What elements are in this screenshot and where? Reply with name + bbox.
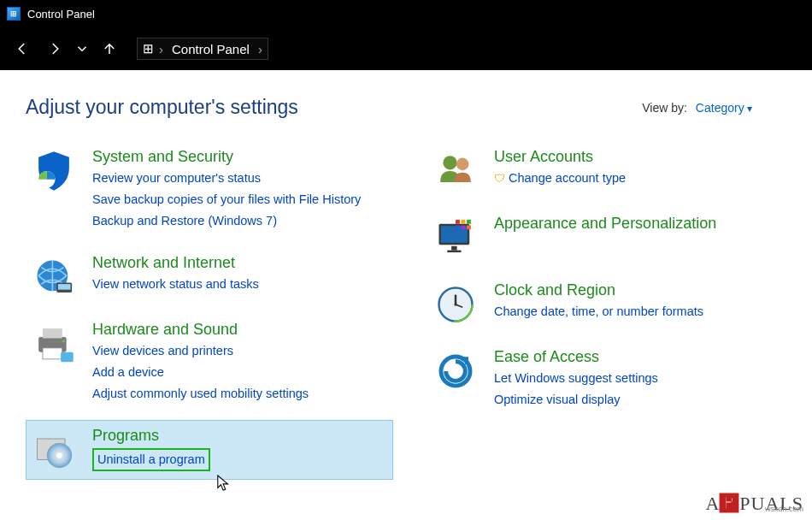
- category-title[interactable]: Hardware and Sound: [92, 321, 309, 339]
- up-button[interactable]: [96, 35, 123, 62]
- category-network-internet: Network and Internet View network status…: [26, 247, 393, 307]
- task-link[interactable]: Backup and Restore (Windows 7): [92, 212, 361, 230]
- category-title[interactable]: Clock and Region: [494, 281, 703, 299]
- svg-rect-8: [61, 352, 74, 362]
- category-title[interactable]: Ease of Access: [494, 348, 658, 366]
- svg-point-11: [56, 452, 62, 458]
- svg-rect-23: [467, 225, 471, 229]
- left-column: System and Security Review your computer…: [26, 141, 393, 487]
- svg-rect-19: [462, 220, 466, 224]
- task-link[interactable]: Save backup copies of your files with Fi…: [92, 191, 361, 209]
- task-link[interactable]: Add a device: [92, 363, 309, 381]
- task-link[interactable]: Optimize visual display: [494, 391, 658, 409]
- window-title: Control Panel: [27, 8, 95, 21]
- svg-rect-22: [462, 225, 466, 229]
- address-bar[interactable]: ⊞ › Control Panel ›: [137, 38, 268, 60]
- globe-icon: [31, 254, 77, 300]
- source-label: wsxdn.com: [765, 505, 803, 513]
- svg-point-12: [443, 156, 456, 169]
- category-title[interactable]: Programs: [92, 427, 210, 445]
- category-programs: Programs Uninstall a program: [26, 420, 393, 480]
- logo-icon: 🅿: [720, 493, 739, 514]
- content-area: Adjust your computer's settings View by:…: [0, 70, 812, 487]
- task-link[interactable]: View devices and printers: [92, 342, 309, 360]
- category-title[interactable]: Appearance and Personalization: [494, 215, 716, 233]
- task-link-uninstall[interactable]: Uninstall a program: [97, 451, 205, 469]
- task-link[interactable]: Review your computer's status: [92, 169, 361, 187]
- chevron-right-icon[interactable]: ›: [159, 42, 163, 56]
- svg-rect-16: [451, 246, 457, 251]
- task-link[interactable]: Change date, time, or number formats: [494, 303, 703, 321]
- task-link[interactable]: Change account type: [494, 169, 626, 187]
- titlebar: ⊞ Control Panel: [0, 0, 812, 27]
- control-panel-icon: ⊞: [143, 41, 154, 56]
- svg-rect-18: [456, 220, 460, 224]
- back-button[interactable]: [9, 35, 36, 62]
- svg-point-28: [454, 303, 456, 305]
- forward-button[interactable]: [41, 35, 68, 62]
- category-appearance: Appearance and Personalization: [427, 208, 795, 268]
- svg-point-13: [456, 158, 469, 171]
- ease-of-access-icon: [432, 348, 479, 394]
- chevron-right-icon[interactable]: ›: [258, 42, 262, 56]
- task-link[interactable]: View network status and tasks: [92, 275, 259, 293]
- navbar: ⊞ › Control Panel ›: [0, 27, 812, 70]
- breadcrumb-root[interactable]: Control Panel: [168, 42, 253, 56]
- svg-rect-20: [467, 220, 471, 224]
- category-title[interactable]: User Accounts: [494, 148, 626, 166]
- mouse-cursor-icon: [216, 474, 232, 493]
- svg-rect-6: [43, 348, 62, 359]
- category-title[interactable]: System and Security: [92, 148, 361, 166]
- view-by-dropdown[interactable]: Category: [696, 101, 752, 115]
- task-link[interactable]: Let Windows suggest settings: [494, 369, 658, 387]
- users-icon: [432, 148, 479, 194]
- svg-rect-5: [43, 328, 62, 338]
- right-column: User Accounts Change account type: [427, 141, 795, 487]
- category-ease-of-access: Ease of Access Let Windows suggest setti…: [427, 341, 795, 419]
- svg-rect-3: [58, 284, 71, 290]
- task-link[interactable]: Adjust commonly used mobility settings: [92, 385, 309, 403]
- control-panel-icon: ⊞: [7, 7, 21, 21]
- recent-locations-button[interactable]: [74, 35, 91, 62]
- disc-icon: [31, 427, 77, 473]
- highlight-box: Uninstall a program: [92, 448, 210, 471]
- shield-icon: [31, 148, 77, 194]
- svg-rect-17: [447, 251, 461, 252]
- page-heading: Adjust your computer's settings: [26, 96, 298, 119]
- svg-point-7: [62, 340, 65, 342]
- printer-icon: [31, 321, 77, 367]
- category-clock-region: Clock and Region Change date, time, or n…: [427, 275, 795, 334]
- monitor-icon: [432, 215, 479, 261]
- view-by-label: View by:: [642, 101, 687, 115]
- svg-rect-21: [456, 225, 460, 229]
- view-by: View by: Category: [642, 101, 752, 115]
- category-hardware-sound: Hardware and Sound View devices and prin…: [26, 314, 393, 413]
- category-title[interactable]: Network and Internet: [92, 254, 259, 272]
- clock-icon: [432, 281, 479, 328]
- category-user-accounts: User Accounts Change account type: [427, 141, 795, 201]
- category-system-security: System and Security Review your computer…: [26, 141, 393, 240]
